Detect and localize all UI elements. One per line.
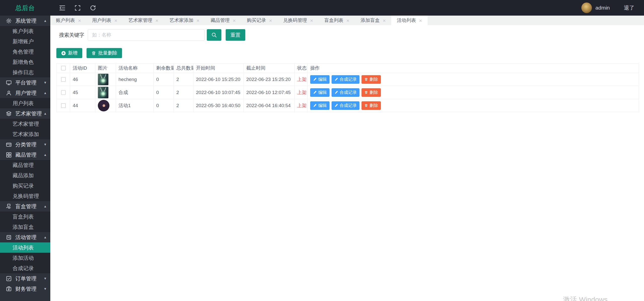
tab[interactable]: 艺术家管理 × xyxy=(123,16,164,25)
close-icon[interactable]: × xyxy=(419,18,422,23)
delete-button[interactable]: 删除 xyxy=(361,75,381,84)
sidebar-item[interactable]: 角色管理 xyxy=(0,47,50,57)
tab[interactable]: 活动列表 × xyxy=(391,16,427,25)
row-start: 2022-06-10 15:25:20 xyxy=(193,73,244,86)
top-header: 总后台 admin 退了 xyxy=(0,0,644,16)
tab[interactable]: 艺术家添加 × xyxy=(164,16,205,25)
trash-icon xyxy=(91,51,96,56)
row-checkbox[interactable] xyxy=(61,103,66,108)
row-end: 2022-06-04 16:40:54 xyxy=(244,99,295,112)
sidebar-section[interactable]: 艺术家管理 ▲ xyxy=(0,108,50,119)
chevron-up-icon: ▲ xyxy=(44,91,47,95)
select-all-checkbox[interactable] xyxy=(61,66,66,70)
close-icon[interactable]: × xyxy=(155,18,158,23)
chevron-down-icon: ▼ xyxy=(44,143,47,146)
sidebar-item[interactable]: 合成记录 xyxy=(0,263,50,273)
sidebar-item[interactable]: 藏品管理 xyxy=(0,160,50,170)
main-content: 搜索关键字 重置 新增 批量删除 活动ID图片活动名称剩余数量总共数量开始时间截… xyxy=(50,25,644,301)
close-icon[interactable]: × xyxy=(233,18,236,23)
close-icon[interactable]: × xyxy=(78,18,81,23)
synthesis-record-button[interactable]: 合成记录 xyxy=(332,101,359,110)
delete-button[interactable]: 删除 xyxy=(361,101,381,110)
sidebar-section[interactable]: 平台管理 ▼ xyxy=(0,77,50,88)
edit-button[interactable]: 编辑 xyxy=(310,88,330,97)
close-icon[interactable]: × xyxy=(196,18,199,23)
row-name: 合成 xyxy=(116,86,154,99)
row-status: 上架 xyxy=(295,99,308,112)
close-icon[interactable]: × xyxy=(383,18,386,23)
row-checkbox[interactable] xyxy=(61,77,66,82)
sidebar-section[interactable]: 活动管理 ▲ xyxy=(0,232,50,242)
sidebar-section[interactable]: 藏品管理 ▲ xyxy=(0,150,50,160)
search-input[interactable] xyxy=(88,29,205,41)
bag-icon xyxy=(6,234,12,240)
windows-watermark: 激活 Windows xyxy=(563,295,608,301)
tab[interactable]: 账户列表 × xyxy=(50,16,87,25)
edit-button[interactable]: 编辑 xyxy=(310,101,330,110)
sidebar-section[interactable]: 订单管理 ▼ xyxy=(0,273,50,284)
refresh-icon[interactable] xyxy=(90,5,96,11)
close-icon[interactable]: × xyxy=(114,18,117,23)
row-remaining: 0 xyxy=(154,73,174,86)
menu-fold-icon[interactable] xyxy=(59,5,66,11)
tab[interactable]: 添加盲盒 × xyxy=(355,16,391,25)
row-status: 上架 xyxy=(295,86,308,99)
fullscreen-icon[interactable] xyxy=(74,5,81,11)
close-icon[interactable]: × xyxy=(310,18,313,23)
row-name: hecheng xyxy=(116,73,154,86)
add-button[interactable]: 新增 xyxy=(56,48,82,58)
action-button-label: 合成记录 xyxy=(340,103,357,108)
logout-button[interactable]: 退了 xyxy=(624,4,634,11)
sidebar-item[interactable]: 添加活动 xyxy=(0,253,50,263)
sidebar-item[interactable]: 添加盲盒 xyxy=(0,222,50,232)
action-button-label: 删除 xyxy=(370,76,378,82)
synthesis-record-button[interactable]: 合成记录 xyxy=(332,88,359,97)
row-checkbox[interactable] xyxy=(61,90,66,95)
sidebar-item[interactable]: 藏品添加 xyxy=(0,170,50,181)
tab[interactable]: 盲盒列表 × xyxy=(319,16,355,25)
sidebar-item[interactable]: 新增角色 xyxy=(0,57,50,67)
sidebar-item[interactable]: 艺术家添加 xyxy=(0,129,50,139)
synthesis-record-button[interactable]: 合成记录 xyxy=(332,75,359,84)
tab-bar: 账户列表 × 用户列表 × 艺术家管理 × 艺术家添加 × 藏品管理 × 购买记… xyxy=(50,16,644,25)
sidebar-section[interactable]: 系统管理 ▲ xyxy=(0,16,50,26)
sidebar-item[interactable]: 新增账户 xyxy=(0,36,50,47)
close-icon[interactable]: × xyxy=(269,18,272,23)
sidebar-item[interactable]: 账户列表 xyxy=(0,26,50,36)
sidebar-item[interactable]: 操作日志 xyxy=(0,67,50,77)
sidebar-item[interactable]: 艺术家管理 xyxy=(0,119,50,129)
sidebar-section[interactable]: 分类管理 ▼ xyxy=(0,139,50,150)
row-total: 2 xyxy=(174,73,193,86)
reset-button[interactable]: 重置 xyxy=(226,29,245,41)
pencil-icon xyxy=(313,77,317,81)
pencil-icon xyxy=(313,104,317,107)
sidebar-section[interactable]: 用户管理 ▲ xyxy=(0,88,50,98)
user-area: admin 退了 xyxy=(581,3,634,13)
row-remaining: 0 xyxy=(154,86,174,99)
sidebar-item[interactable]: 用户列表 xyxy=(0,98,50,108)
tab[interactable]: 购买记录 × xyxy=(241,16,277,25)
close-icon[interactable]: × xyxy=(346,18,349,23)
tab[interactable]: 用户列表 × xyxy=(87,16,123,25)
user-avatar[interactable] xyxy=(581,3,592,13)
table-row: 46 hecheng 0 2 2022-06-10 15:25:20 2022-… xyxy=(57,73,639,86)
search-button[interactable] xyxy=(207,29,221,41)
sidebar-item[interactable]: 兑换码管理 xyxy=(0,191,50,201)
add-button-label: 新增 xyxy=(68,50,77,56)
action-button-label: 编辑 xyxy=(318,103,327,108)
sidebar-section[interactable]: 盲盒管理 ▲ xyxy=(0,201,50,211)
sidebar-item[interactable]: 盲盒列表 xyxy=(0,211,50,222)
sidebar-item[interactable]: 活动列表 xyxy=(0,242,50,253)
sidebar-item[interactable]: 购买记录 xyxy=(0,181,50,191)
tab[interactable]: 兑换码管理 × xyxy=(278,16,319,25)
tab[interactable]: 藏品管理 × xyxy=(205,16,241,25)
toolbar: 新增 批量删除 xyxy=(56,48,639,58)
batch-delete-button[interactable]: 批量删除 xyxy=(87,48,122,58)
delete-button[interactable]: 删除 xyxy=(361,88,381,97)
tab-label: 艺术家添加 xyxy=(170,17,193,24)
edit-button[interactable]: 编辑 xyxy=(310,75,330,84)
sidebar-section[interactable]: 财务管理 ▼ xyxy=(0,284,50,294)
row-remaining: 0 xyxy=(154,99,174,112)
trash-icon xyxy=(364,77,368,81)
username[interactable]: admin xyxy=(595,5,610,11)
